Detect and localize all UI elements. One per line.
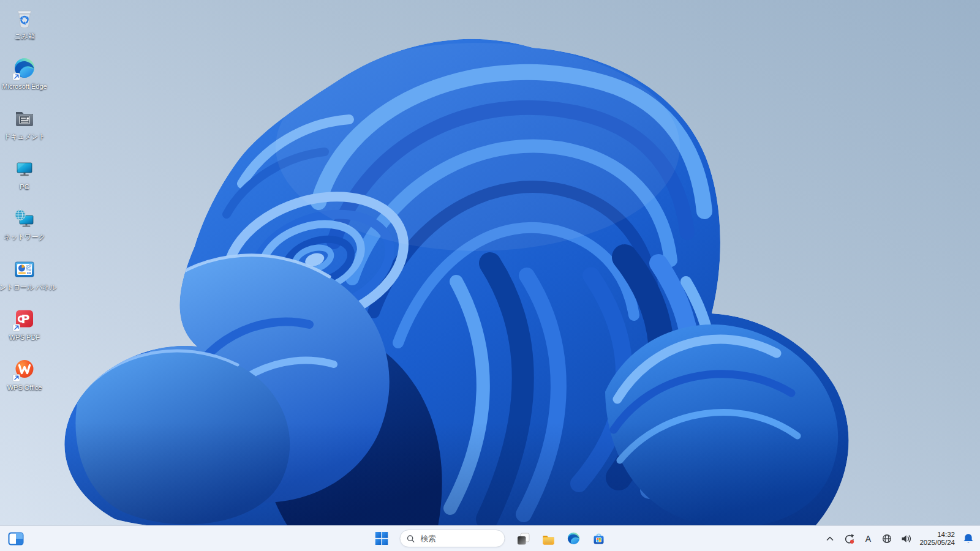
file-explorer-icon [541, 531, 556, 546]
desktop-icon-label: ごみ箱 [14, 32, 35, 40]
desktop-icon-label: ドキュメント [4, 133, 45, 141]
update-status-button[interactable] [842, 528, 856, 549]
clock-time: 14:32 [937, 531, 955, 539]
taskbar-search[interactable] [400, 530, 505, 547]
desktop-icon-control-panel[interactable]: コントロール パネル [1, 253, 48, 304]
documents-folder-icon [12, 107, 37, 131]
desktop-icon-recycle-bin[interactable]: ごみ箱 [1, 2, 48, 53]
desktop-icon-pc[interactable]: PC [1, 153, 48, 203]
pc-monitor-icon [12, 157, 37, 181]
tray-overflow-button[interactable] [823, 528, 837, 549]
network-button[interactable] [880, 528, 894, 549]
wps-office-icon [12, 358, 37, 382]
widgets-icon [8, 532, 24, 545]
system-tray: A 14:32 2025/05/24 [823, 526, 975, 551]
globe-network-icon [881, 533, 893, 545]
ime-mode-button[interactable]: A [861, 528, 875, 549]
desktop-icon-documents[interactable]: ドキュメント [1, 103, 48, 153]
desktop-icon-wps-pdf[interactable]: P WPS PDF [1, 304, 48, 354]
recycle-bin-icon [12, 6, 37, 31]
file-explorer-button[interactable] [538, 528, 559, 549]
taskbar-center [371, 526, 609, 551]
volume-button[interactable] [899, 528, 913, 549]
svg-text:P: P [21, 312, 30, 326]
edge-button[interactable] [564, 528, 584, 549]
bloom-wallpaper-graphic [0, 0, 980, 551]
sync-update-icon [843, 533, 855, 545]
start-button[interactable] [371, 528, 392, 549]
desktop-icon-label: WPS Office [7, 384, 42, 392]
store-button[interactable] [589, 528, 609, 549]
task-view-button[interactable] [513, 528, 534, 549]
desktop-icon-label: PC [20, 183, 29, 191]
desktop-icon-grid: ごみ箱 Microsoft [1, 2, 48, 404]
microsoft-store-icon [592, 531, 606, 546]
control-panel-icon [12, 257, 37, 282]
shortcut-arrow-overlay [13, 375, 20, 382]
edge-icon [567, 531, 581, 546]
desktop-icon-label: Microsoft Edge [2, 83, 47, 91]
speaker-icon [900, 533, 912, 545]
search-input[interactable] [420, 534, 499, 544]
network-globe-monitor-icon [12, 207, 37, 231]
bell-icon [962, 533, 974, 545]
edge-icon [12, 56, 37, 81]
task-view-icon [516, 531, 531, 546]
taskbar: A 14:32 2025/05/24 [0, 525, 980, 551]
clock-date: 2025/05/24 [919, 539, 955, 547]
clock-button[interactable]: 14:32 2025/05/24 [918, 531, 956, 547]
desktop-icon-label: ネットワーク [4, 233, 45, 241]
notifications-button[interactable] [962, 528, 975, 549]
shortcut-arrow-overlay [13, 324, 20, 332]
desktop-screen: ごみ箱 Microsoft [0, 0, 980, 551]
desktop-icon-network[interactable]: ネットワーク [1, 203, 48, 253]
search-icon [407, 534, 415, 544]
desktop-icon-microsoft-edge[interactable]: Microsoft Edge [1, 53, 48, 103]
desktop-icon-label: コントロール パネル [0, 283, 56, 291]
shortcut-arrow-overlay [13, 73, 20, 81]
windows-start-icon [375, 532, 388, 545]
chevron-up-icon [824, 533, 835, 544]
wps-pdf-icon: P [12, 307, 37, 332]
widgets-button[interactable] [6, 528, 26, 549]
desktop-icon-label: WPS PDF [9, 334, 40, 342]
desktop-icon-wps-office[interactable]: WPS Office [1, 354, 48, 404]
